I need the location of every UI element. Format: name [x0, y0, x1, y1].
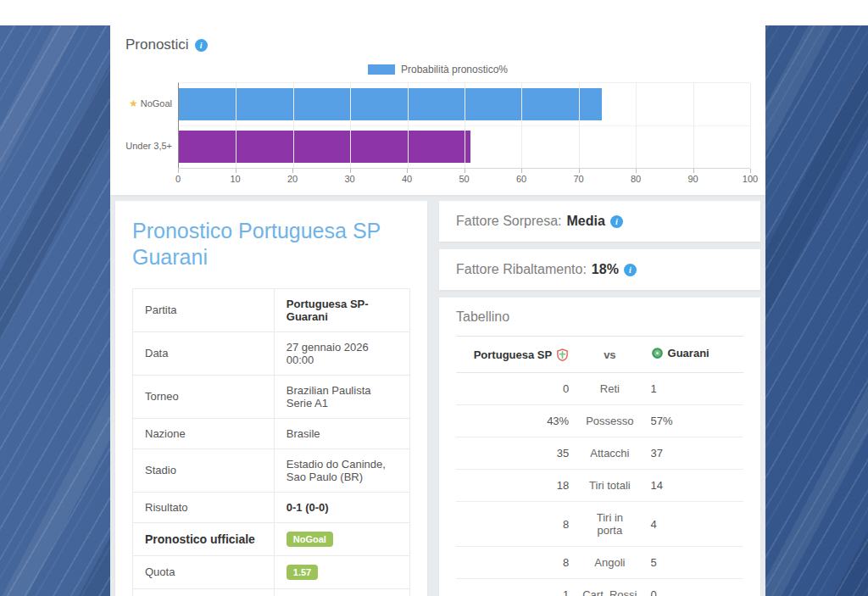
- match-info-label: Risultato: [133, 492, 275, 522]
- chart-y-axis-labels: ★NoGoalUnder 3,5+: [125, 82, 178, 168]
- status-badge: 1.57: [287, 565, 318, 580]
- match-info-label: Quota: [133, 555, 275, 588]
- match-info-label: Pronostico ufficiale: [133, 522, 275, 555]
- home-team-header: Portuguesa SP: [456, 337, 582, 373]
- match-info-tbody: Partita Portuguesa SP-Guarani Data 27 ge…: [133, 288, 410, 596]
- away-stat-value: 4: [637, 502, 743, 547]
- axis-tick-label: 90: [687, 174, 698, 184]
- match-info-value: Brazilian Paulista Serie A1: [274, 375, 409, 418]
- page-content: Pronostici i Probabilità pronostico% ★No…: [110, 25, 765, 596]
- browser-top-strip: [0, 0, 868, 25]
- pronostici-chart-card: Pronostici i Probabilità pronostico% ★No…: [110, 25, 765, 195]
- home-stat-value: 8: [456, 502, 582, 547]
- home-team-logo-icon: [556, 348, 569, 361]
- stat-row: 18 Tiri totali 14: [456, 470, 743, 502]
- chart-gridline: [465, 83, 465, 168]
- stat-row: 8 Tiri in porta 4: [456, 502, 743, 547]
- stat-row: 8 Angoli 5: [456, 547, 743, 579]
- axis-tick: [693, 169, 694, 173]
- chart-bar[interactable]: [179, 88, 602, 120]
- chart-bar[interactable]: [179, 131, 470, 163]
- home-stat-value: 18: [456, 470, 582, 502]
- match-info-label: Nazione: [133, 418, 275, 448]
- stat-row: 43% Possesso 57%: [456, 405, 743, 437]
- chart-gridline: [693, 83, 694, 168]
- home-stat-value: 8: [456, 547, 582, 579]
- stat-row: 0 Reti 1: [456, 373, 743, 405]
- fattore-sorpresa-card: Fattore Sorpresa: Media i: [439, 201, 760, 242]
- away-stat-value: 57%: [637, 405, 743, 437]
- match-info-value: NoGoal: [274, 522, 409, 555]
- home-stat-value: 1: [456, 579, 582, 596]
- axis-tick: [465, 169, 465, 173]
- chart-gridline: [236, 83, 236, 168]
- home-team-name: Portuguesa SP: [474, 348, 552, 361]
- fattore-ribaltamento-card: Fattore Ribaltamento: 18% i: [439, 249, 760, 290]
- match-info-label: Stadio: [133, 448, 275, 492]
- axis-tick-label: 50: [459, 174, 469, 184]
- match-info-value: Vincente: [274, 588, 409, 596]
- match-info-value: Portuguesa SP-Guarani: [274, 288, 409, 331]
- away-stat-value: 1: [637, 373, 743, 405]
- chart-legend[interactable]: Probabilità pronostico%: [125, 64, 750, 75]
- stat-label: Angoli: [582, 547, 637, 579]
- away-team-name: Guarani: [668, 347, 709, 359]
- away-team-logo-icon: [651, 347, 664, 359]
- axis-tick-label: 80: [631, 174, 641, 184]
- axis-tick-label: 0: [175, 174, 181, 184]
- page-title: Pronostico Portuguesa SP Guarani: [132, 218, 410, 271]
- axis-tick-label: 100: [743, 174, 758, 184]
- axis-tick-label: 10: [230, 174, 240, 184]
- stat-label: Cart. Rossi: [582, 579, 637, 596]
- chart-category-label: ★NoGoal: [125, 82, 178, 125]
- axis-tick: [350, 169, 351, 173]
- axis-tick: [407, 169, 408, 173]
- probability-bar-chart: ★NoGoalUnder 3,5+: [125, 82, 750, 168]
- home-stat-value: 0: [456, 373, 582, 405]
- stat-label: Tiri totali: [582, 470, 637, 502]
- axis-tick: [636, 169, 637, 173]
- axis-tick-label: 60: [516, 174, 526, 184]
- home-stat-value: 43%: [456, 405, 582, 437]
- stat-label: Possesso: [582, 405, 637, 437]
- axis-tick-label: 40: [402, 174, 412, 184]
- stat-row: 35 Attacchi 37: [456, 437, 743, 470]
- tabellino-header-row: Portuguesa SP vs: [456, 337, 743, 373]
- tabellino-title: Tabellino: [456, 309, 743, 337]
- match-info-value: 1.57: [274, 555, 409, 588]
- axis-tick: [750, 169, 751, 173]
- chart-gridline: [750, 83, 751, 168]
- table-row: Risultato 0-1 (0-0): [133, 492, 410, 522]
- pronostici-title-text: Pronostici: [125, 36, 189, 53]
- match-info-label: Torneo: [133, 375, 275, 418]
- chart-x-axis: 0102030405060708090100: [178, 168, 750, 187]
- away-team-header: Guarani: [637, 337, 743, 373]
- chart-gridline: [408, 83, 409, 168]
- left-column: Pronostico Portuguesa SP Guarani Partita…: [115, 201, 427, 596]
- right-column: Fattore Sorpresa: Media i Fattore Ribalt…: [439, 201, 760, 596]
- match-info-value: 0-1 (0-0): [274, 492, 409, 522]
- match-info-label: Data: [133, 331, 275, 375]
- chart-gridline: [636, 83, 637, 168]
- axis-tick-label: 70: [573, 174, 583, 184]
- match-info-table: Partita Portuguesa SP-Guarani Data 27 ge…: [132, 288, 410, 596]
- match-info-value: Estadio do Caninde, Sao Paulo (BR): [274, 448, 409, 492]
- axis-tick: [236, 169, 236, 173]
- table-row: Data 27 gennaio 2026 00:00: [133, 331, 410, 375]
- chart-gridline: [521, 83, 522, 168]
- table-row: Pronostico ufficiale NoGoal: [133, 522, 410, 555]
- info-icon[interactable]: i: [624, 264, 637, 276]
- stat-row: 1 Cart. Rossi 0: [456, 579, 743, 596]
- info-icon[interactable]: i: [610, 215, 623, 228]
- vs-label: vs: [582, 337, 637, 373]
- info-icon[interactable]: i: [195, 39, 208, 52]
- main-area: Pronostico Portuguesa SP Guarani Partita…: [110, 201, 765, 596]
- tabellino-card: Tabellino Portuguesa SP: [439, 298, 760, 596]
- legend-swatch: [368, 64, 395, 75]
- fattore-sorpresa-value: Media: [567, 214, 605, 229]
- chart-gridline: [293, 83, 294, 168]
- match-info-label: Partita: [133, 288, 275, 331]
- match-info-value: 27 gennaio 2026 00:00: [274, 331, 409, 375]
- match-info-label: Esito: [133, 588, 275, 596]
- axis-tick-label: 30: [344, 174, 354, 184]
